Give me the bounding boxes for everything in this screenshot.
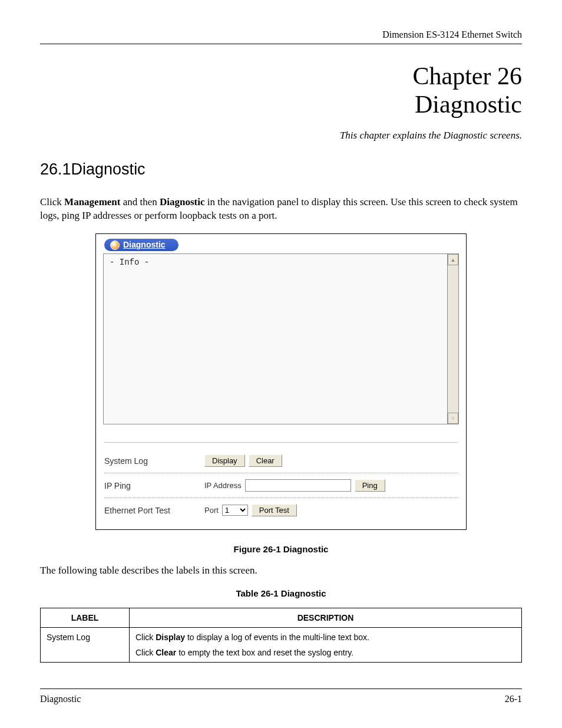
- table-header-row: LABEL DESCRIPTION: [41, 608, 522, 628]
- intro-paragraph: Click Management and then Diagnostic in …: [40, 195, 522, 223]
- ip-address-label: IP Address: [204, 481, 242, 490]
- tab-label: Diagnostic: [123, 240, 166, 249]
- scrollbar[interactable]: ▲ ▼: [447, 253, 459, 424]
- port-test-button[interactable]: Port Test: [252, 504, 297, 516]
- section-heading: 26.1Diagnostic: [40, 160, 522, 179]
- th-description: DESCRIPTION: [130, 608, 522, 628]
- chapter-title: Chapter 26 Diagnostic: [40, 62, 522, 119]
- ping-button[interactable]: Ping: [355, 479, 385, 492]
- footer-right: 26-1: [505, 694, 522, 704]
- info-text: - Info -: [110, 258, 149, 267]
- th-label: LABEL: [41, 608, 130, 628]
- tab-bar: Diagnostic: [96, 234, 466, 251]
- table-row: System Log Click Display to display a lo…: [41, 628, 522, 663]
- running-header: Dimension ES-3124 Ethernet Switch: [40, 29, 522, 44]
- info-textarea[interactable]: - Info -: [103, 253, 447, 424]
- port-label: Port: [204, 506, 219, 515]
- table-caption: Table 26-1 Diagnostic: [40, 588, 522, 598]
- port-select[interactable]: 1: [222, 505, 248, 516]
- diagnostic-screenshot: Diagnostic - Info - ▲ ▼ System Log Displ…: [95, 233, 467, 530]
- page-footer: Diagnostic 26-1: [40, 689, 522, 704]
- row-port-test: Ethernet Port Test Port 1 Port Test: [104, 498, 458, 522]
- chapter-name: Diagnostic: [415, 91, 522, 118]
- ip-address-input[interactable]: [245, 479, 351, 492]
- row-ip-ping: IP Ping IP Address Ping: [104, 473, 458, 498]
- description-table: LABEL DESCRIPTION System Log Click Displ…: [40, 608, 522, 663]
- label-system-log: System Log: [104, 456, 204, 466]
- clear-button[interactable]: Clear: [249, 454, 282, 467]
- cell-label: System Log: [41, 628, 130, 663]
- scroll-up-icon[interactable]: ▲: [448, 254, 458, 265]
- table-intro-paragraph: The following table describes the labels…: [40, 564, 522, 578]
- chapter-number: Chapter 26: [413, 62, 522, 90]
- panel-separator: [104, 442, 458, 443]
- footer-left: Diagnostic: [40, 694, 81, 704]
- scroll-down-icon[interactable]: ▼: [448, 413, 458, 424]
- tab-indicator-icon: [110, 241, 120, 250]
- label-ip-ping: IP Ping: [104, 481, 204, 490]
- display-button[interactable]: Display: [204, 454, 245, 467]
- section-title: Diagnostic: [71, 160, 146, 178]
- figure-caption: Figure 26-1 Diagnostic: [40, 544, 522, 554]
- label-port-test: Ethernet Port Test: [104, 506, 204, 515]
- tab-diagnostic[interactable]: Diagnostic: [104, 239, 178, 251]
- chapter-intro: This chapter explains the Diagnostic scr…: [40, 130, 522, 141]
- row-system-log: System Log Display Clear: [104, 449, 458, 473]
- section-number: 26.1: [40, 160, 71, 178]
- cell-description: Click Display to display a log of events…: [130, 628, 522, 663]
